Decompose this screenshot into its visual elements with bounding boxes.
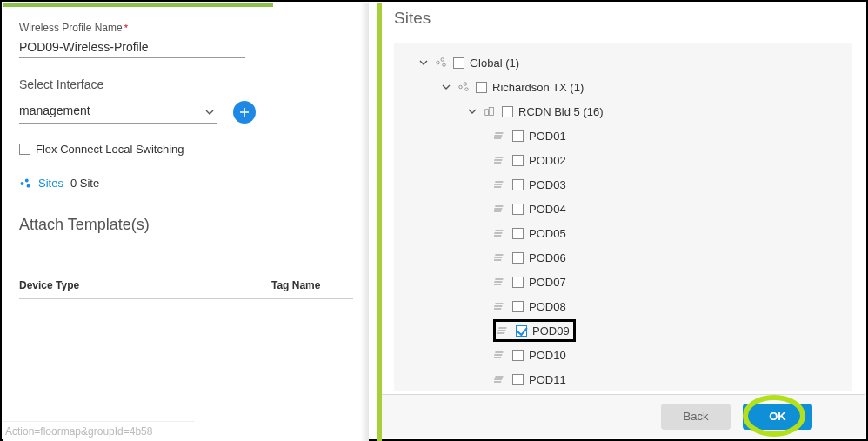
floor-icon — [493, 300, 507, 312]
interface-value: management — [19, 104, 90, 117]
tree-caret[interactable] — [418, 57, 429, 68]
sites-icon — [19, 177, 31, 190]
svg-point-5 — [443, 63, 446, 67]
tree-node[interactable]: POD02 — [404, 148, 845, 172]
sites-link[interactable]: Sites — [38, 177, 63, 190]
panel-shadow — [360, 3, 369, 441]
profile-name-field: Wireless Profile Name* — [19, 19, 353, 58]
area-icon — [457, 81, 471, 93]
tree-node-label: POD10 — [529, 349, 566, 362]
floor-icon — [493, 130, 507, 142]
add-interface-button[interactable] — [233, 101, 256, 124]
required-asterisk: * — [124, 23, 128, 33]
tree-node[interactable]: POD06 — [404, 245, 845, 270]
svg-point-3 — [437, 61, 440, 64]
tree-checkbox[interactable] — [512, 204, 524, 215]
attach-templates-title: Attach Template(s) — [19, 216, 353, 234]
ok-button[interactable]: OK — [743, 404, 812, 430]
tree-node-label: Global (1) — [470, 57, 519, 70]
tree-node-label: POD09 — [532, 324, 570, 337]
floor-icon — [493, 276, 507, 288]
profile-name-input[interactable] — [19, 35, 245, 58]
tree-checkbox[interactable] — [476, 82, 487, 93]
svg-point-6 — [459, 85, 463, 89]
url-fragment: Action=floormap&groupId=4b58 — [3, 421, 195, 441]
sites-slideout-panel: Sites Global (1) Richardson TX (1) RCDN … — [382, 3, 865, 438]
svg-point-1 — [25, 178, 29, 182]
interface-select[interactable]: management — [19, 100, 217, 124]
tree-node-label: POD04 — [529, 203, 566, 216]
chevron-down-icon — [205, 105, 214, 114]
svg-rect-10 — [489, 108, 493, 116]
floor-icon — [493, 154, 507, 166]
floor-icon — [497, 324, 511, 337]
tree-checkbox[interactable] — [516, 325, 527, 337]
tree-checkbox[interactable] — [453, 57, 464, 69]
flex-connect-checkbox[interactable] — [19, 144, 30, 155]
tree-node[interactable]: POD01 — [404, 124, 845, 148]
globe-icon — [434, 57, 448, 69]
tree-node[interactable]: POD05 — [404, 221, 845, 245]
template-table-header: Device Type Tag Name — [19, 257, 353, 299]
tree-caret[interactable] — [467, 106, 477, 117]
tree-checkbox[interactable] — [512, 252, 524, 264]
tree-node[interactable]: POD11 — [404, 367, 845, 391]
tree-node-label: POD01 — [529, 130, 566, 143]
floor-icon — [493, 349, 507, 361]
tree-node-label: Richardson TX (1) — [492, 81, 584, 94]
profile-name-label: Wireless Profile Name — [19, 22, 123, 34]
svg-point-2 — [27, 184, 30, 187]
title-rule — [382, 37, 865, 37]
tree-checkbox[interactable] — [512, 350, 524, 361]
svg-point-8 — [465, 88, 469, 91]
tree-node[interactable]: POD09 — [404, 318, 845, 343]
floor-icon — [493, 178, 507, 190]
tree-checkbox[interactable] — [512, 179, 524, 190]
selected-pod-highlight: POD09 — [493, 319, 576, 342]
back-button[interactable]: Back — [661, 404, 731, 430]
panel-footer: Back OK — [382, 394, 865, 438]
floor-icon — [493, 373, 507, 385]
building-icon — [483, 105, 497, 117]
tree-checkbox[interactable] — [502, 106, 513, 117]
tree-node[interactable]: RCDN Bld 5 (16) — [404, 99, 845, 124]
tree-node-label: POD06 — [529, 251, 566, 264]
floor-icon — [493, 203, 507, 215]
svg-rect-9 — [485, 110, 489, 116]
tree-checkbox[interactable] — [512, 374, 524, 385]
left-form-panel: Wireless Profile Name* Select Interface … — [3, 3, 369, 441]
tree-node[interactable]: Richardson TX (1) — [404, 75, 845, 99]
tree-caret[interactable] — [441, 82, 451, 92]
tree-checkbox[interactable] — [512, 228, 524, 239]
tree-node[interactable]: POD10 — [404, 343, 845, 367]
flex-connect-row[interactable]: Flex Connect Local Switching — [19, 143, 353, 156]
tree-node[interactable]: Global (1) — [404, 50, 845, 75]
panel-accent-bar — [3, 3, 273, 7]
floor-icon — [493, 251, 507, 264]
flex-connect-label: Flex Connect Local Switching — [36, 143, 184, 156]
col-device-type: Device Type — [19, 279, 271, 291]
tree-checkbox[interactable] — [512, 301, 524, 312]
tree-node-label: POD07 — [529, 276, 566, 289]
tree-node-label: POD08 — [529, 300, 566, 313]
tree-checkbox[interactable] — [512, 130, 524, 142]
tree-node[interactable]: POD08 — [404, 294, 845, 318]
tree-checkbox[interactable] — [512, 155, 524, 166]
site-tree[interactable]: Global (1) Richardson TX (1) RCDN Bld 5 … — [394, 43, 852, 391]
app-window: Wireless Profile Name* Select Interface … — [0, 0, 868, 441]
tree-node-label: POD03 — [529, 178, 566, 191]
svg-point-7 — [464, 83, 467, 86]
tree-node[interactable]: POD03 — [404, 172, 845, 197]
tree-node[interactable]: POD04 — [404, 197, 845, 221]
tree-node-label: RCDN Bld 5 (16) — [518, 105, 604, 118]
tree-node[interactable]: POD07 — [404, 270, 845, 294]
sites-panel-title: Sites — [382, 3, 865, 37]
tree-checkbox[interactable] — [512, 277, 524, 288]
svg-point-0 — [21, 182, 24, 185]
tree-node-label: POD02 — [529, 154, 566, 167]
tree-node-label: POD05 — [529, 227, 566, 240]
interface-label: Select Interface — [19, 77, 353, 91]
floor-icon — [493, 227, 507, 239]
sites-count: 0 Site — [70, 177, 99, 190]
col-tag-name: Tag Name — [271, 279, 320, 291]
